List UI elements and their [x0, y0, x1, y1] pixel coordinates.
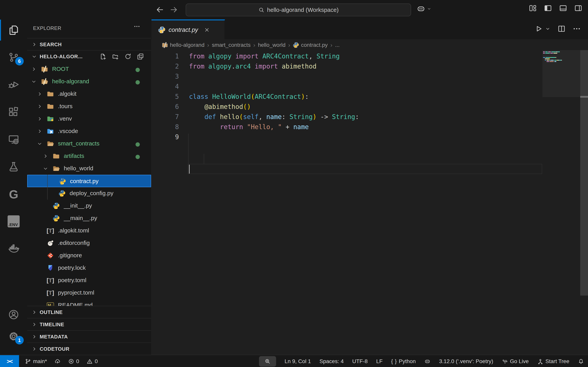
line-number: 1: [151, 51, 179, 61]
tree-item-hello-world[interactable]: hello_world: [27, 162, 151, 175]
status-item-encoding[interactable]: UTF-8: [352, 355, 368, 367]
activity-item-docker[interactable]: [0, 242, 27, 255]
section-search[interactable]: SEARCH: [27, 38, 151, 50]
folder-root-icon: [162, 42, 168, 48]
section-codetour[interactable]: CODETOUR: [27, 342, 151, 355]
tree-item-root[interactable]: ROOT: [27, 63, 151, 75]
activity-item-explorer[interactable]: [0, 24, 27, 37]
indent-guide: [188, 133, 189, 164]
sidebar-title: EXPLORER: [33, 25, 61, 31]
section-outline[interactable]: OUTLINE: [27, 306, 151, 318]
tree-item-hello-algorand[interactable]: hello-algorand: [27, 75, 151, 88]
tab-contract-py[interactable]: contract.py: [151, 19, 225, 39]
status-item-go-live[interactable]: Go Live: [502, 355, 529, 367]
split-editor-icon[interactable]: [557, 25, 566, 33]
tree-item--main-py[interactable]: __main__.py: [27, 212, 151, 225]
minimap-slider[interactable]: [543, 50, 580, 97]
back-arrow-icon[interactable]: [154, 3, 166, 16]
command-center-search[interactable]: hello-algorand (Workspace): [186, 3, 411, 16]
code-line-1: from algopy import ARC4Contract, String: [189, 51, 340, 61]
more-actions-icon[interactable]: [572, 25, 581, 33]
activity-item-run-debug[interactable]: [0, 78, 27, 91]
status-item-label: 0: [95, 358, 98, 365]
folder-icon: [47, 103, 54, 110]
status-item-python-interpreter[interactable]: 3.12.0 ('.venv': Poetry): [439, 355, 493, 367]
status-item-indentation[interactable]: Spaces: 4: [320, 355, 344, 367]
python-icon: [158, 26, 165, 33]
tree-item-poetry-lock[interactable]: poetry.lock: [27, 262, 151, 274]
toggle-sidebar-icon[interactable]: [544, 4, 552, 12]
status-item-warnings[interactable]: 0: [86, 355, 98, 367]
tree-item--editorconfig[interactable]: .editorconfig: [27, 237, 151, 249]
tree-item-artifacts[interactable]: artifacts: [27, 150, 151, 162]
breadcrumb-item-hello-algorand[interactable]: hello-algorand: [162, 42, 204, 48]
breadcrumb-item-smart-contracts[interactable]: smart_contracts: [212, 42, 251, 48]
status-item-language-mode[interactable]: { }Python: [391, 355, 416, 367]
section-label: METADATA: [40, 334, 68, 340]
breadcrumb-item-hello-world[interactable]: hello_world: [258, 42, 286, 48]
tree-item--tours[interactable]: .tours: [27, 100, 151, 113]
status-item-start-tree[interactable]: Start Tree: [537, 355, 569, 367]
breadcrumb-label: smart_contracts: [212, 42, 251, 48]
activity-item-remote-explorer[interactable]: [0, 133, 27, 146]
toggle-panel-icon[interactable]: [559, 4, 567, 12]
toggle-secondary-sidebar-icon[interactable]: [574, 4, 583, 12]
tree-item-contract-py[interactable]: contract.py: [27, 175, 151, 187]
activity-item-testing[interactable]: [0, 160, 27, 173]
forward-arrow-icon[interactable]: [168, 3, 180, 16]
status-item-eol[interactable]: LF: [376, 355, 383, 367]
tree-item--gitignore[interactable]: .gitignore: [27, 249, 151, 262]
activity-item-algokit[interactable]: G: [0, 188, 27, 201]
tree-indent-guide: [47, 175, 48, 200]
tree-item--algokit[interactable]: .algokit: [27, 88, 151, 100]
tree-item-deploy-config-py[interactable]: deploy_config.py: [27, 187, 151, 200]
new-file-icon[interactable]: [99, 53, 107, 60]
poetry-icon: [47, 264, 54, 272]
close-icon[interactable]: [204, 27, 210, 33]
status-item-copilot[interactable]: [424, 355, 431, 367]
breadcrumb-item-contract-py[interactable]: contract.py: [293, 42, 328, 48]
customize-layout-icon[interactable]: [528, 4, 537, 12]
activity-item-accounts[interactable]: [0, 308, 27, 321]
status-item-zoom[interactable]: [259, 356, 276, 367]
tree-item-poetry-toml[interactable]: [T]poetry.toml: [27, 274, 151, 287]
tree-item-smart-contracts[interactable]: smart_contracts: [27, 137, 151, 150]
breadcrumb-item--[interactable]: ...: [335, 42, 339, 48]
more-actions-icon[interactable]: [133, 23, 140, 30]
copilot-menu-button[interactable]: [416, 4, 432, 13]
status-item-cursor-position[interactable]: Ln 9, Col 1: [285, 355, 311, 367]
tree-item--venv[interactable]: .venv: [27, 113, 151, 125]
activity-item-settings[interactable]: 1: [0, 330, 27, 343]
status-item-errors[interactable]: 0: [68, 355, 79, 367]
breadcrumbs: hello-algorand›smart_contracts›hello_wor…: [151, 39, 588, 51]
status-item-notifications[interactable]: [578, 355, 584, 367]
refresh-icon[interactable]: [124, 53, 132, 60]
python-icon: [52, 202, 60, 209]
tree-item--init-py[interactable]: __init__.py: [27, 200, 151, 212]
tree-item--vscode[interactable]: .vscode: [27, 125, 151, 137]
person-tree-icon: [537, 358, 544, 365]
code-line-5: class HelloWorld(ARC4Contract):: [189, 92, 309, 102]
editor-scrollbar[interactable]: [580, 50, 588, 296]
section-timeline[interactable]: TIMELINE: [27, 318, 151, 331]
activity-item-extensions[interactable]: [0, 105, 27, 118]
status-item-label: Start Tree: [545, 358, 569, 365]
run-button-icon[interactable]: [534, 25, 543, 33]
activity-item-source-control[interactable]: 6: [0, 51, 27, 64]
remote-indicator[interactable]: ><: [0, 355, 19, 367]
chev-right-icon: [31, 67, 36, 72]
status-item-publish[interactable]: [54, 355, 61, 367]
line-number: 4: [151, 82, 179, 92]
new-folder-icon[interactable]: [112, 53, 119, 60]
status-item-branch[interactable]: main*: [25, 355, 47, 367]
section-metadata[interactable]: METADATA: [27, 330, 151, 343]
run-dropdown-icon[interactable]: [545, 26, 551, 32]
tree-item--algokit-toml[interactable]: [T].algokit.toml: [27, 225, 151, 237]
vscode-window: hello-algorand (Workspace) 6G.ENV1: [0, 0, 588, 367]
breadcrumb-label: contract.py: [301, 42, 328, 48]
tab-bar: contract.py: [151, 19, 588, 39]
section-workspace[interactable]: HELLO-ALGOR...: [27, 50, 151, 63]
tree-item-pyproject-toml[interactable]: [T]pyproject.toml: [27, 287, 151, 299]
activity-item-dotenv[interactable]: .ENV: [0, 215, 27, 228]
collapse-all-icon[interactable]: [137, 53, 144, 60]
